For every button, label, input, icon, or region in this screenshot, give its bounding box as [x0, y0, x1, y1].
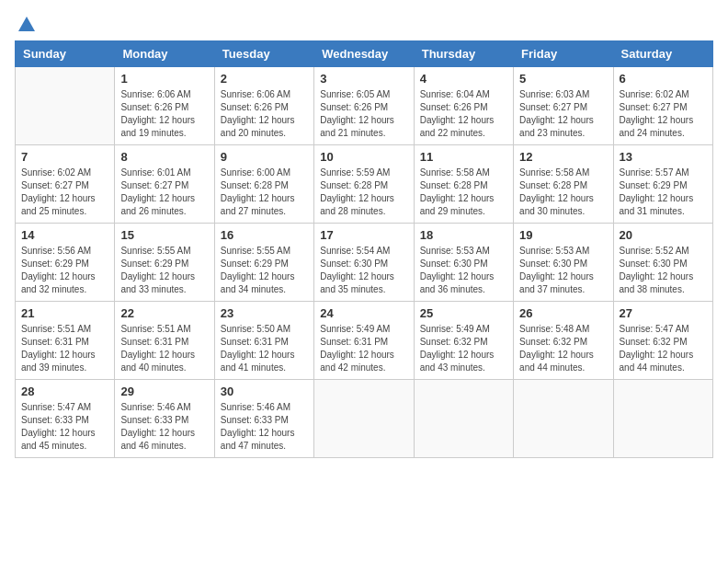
- day-number: 5: [519, 72, 607, 86]
- calendar-cell: 20Sunrise: 5:52 AMSunset: 6:30 PMDayligh…: [613, 224, 712, 302]
- calendar-cell: 16Sunrise: 5:55 AMSunset: 6:29 PMDayligh…: [214, 224, 313, 302]
- day-info: Sunrise: 6:02 AMSunset: 6:27 PMDaylight:…: [21, 167, 108, 218]
- calendar-cell: 1Sunrise: 6:06 AMSunset: 6:26 PMDaylight…: [115, 67, 214, 145]
- calendar-cell: 8Sunrise: 6:01 AMSunset: 6:27 PMDaylight…: [115, 145, 214, 224]
- day-info: Sunrise: 6:03 AMSunset: 6:27 PMDaylight:…: [519, 88, 607, 140]
- calendar-cell: [16, 67, 115, 145]
- day-number: 14: [21, 228, 108, 242]
- calendar-cell: 25Sunrise: 5:49 AMSunset: 6:32 PMDayligh…: [414, 302, 513, 380]
- day-number: 19: [519, 228, 607, 242]
- day-number: 16: [221, 228, 308, 242]
- calendar-cell: 11Sunrise: 5:58 AMSunset: 6:28 PMDayligh…: [414, 145, 513, 224]
- day-number: 10: [320, 150, 407, 164]
- day-number: 15: [120, 228, 208, 242]
- page-header: [15, 15, 713, 31]
- day-info: Sunrise: 5:51 AMSunset: 6:31 PMDaylight:…: [120, 323, 208, 374]
- calendar-header-row: SundayMondayTuesdayWednesdayThursdayFrid…: [16, 41, 713, 67]
- calendar-cell: [613, 380, 712, 458]
- weekday-header: Monday: [115, 41, 214, 67]
- day-number: 7: [21, 150, 108, 164]
- weekday-header: Sunday: [16, 41, 115, 67]
- day-info: Sunrise: 5:58 AMSunset: 6:28 PMDaylight:…: [420, 167, 507, 218]
- logo-icon: [17, 15, 37, 35]
- day-info: Sunrise: 5:58 AMSunset: 6:28 PMDaylight:…: [519, 167, 607, 218]
- day-info: Sunrise: 5:47 AMSunset: 6:33 PMDaylight:…: [21, 401, 108, 453]
- calendar-cell: 26Sunrise: 5:48 AMSunset: 6:32 PMDayligh…: [514, 302, 613, 380]
- day-number: 22: [120, 306, 208, 320]
- day-number: 18: [420, 228, 507, 242]
- day-number: 3: [320, 72, 407, 86]
- day-number: 17: [320, 228, 407, 242]
- calendar-week-row: 28Sunrise: 5:47 AMSunset: 6:33 PMDayligh…: [16, 380, 713, 458]
- calendar-cell: [414, 380, 513, 458]
- calendar-cell: 4Sunrise: 6:04 AMSunset: 6:26 PMDaylight…: [414, 67, 513, 145]
- day-number: 2: [221, 72, 308, 86]
- calendar-week-row: 14Sunrise: 5:56 AMSunset: 6:29 PMDayligh…: [16, 224, 713, 302]
- calendar-cell: 22Sunrise: 5:51 AMSunset: 6:31 PMDayligh…: [115, 302, 214, 380]
- calendar-cell: [314, 380, 414, 458]
- calendar-table: SundayMondayTuesdayWednesdayThursdayFrid…: [15, 40, 713, 458]
- calendar-cell: 29Sunrise: 5:46 AMSunset: 6:33 PMDayligh…: [115, 380, 214, 458]
- day-info: Sunrise: 5:49 AMSunset: 6:31 PMDaylight:…: [320, 323, 407, 374]
- calendar-cell: 23Sunrise: 5:50 AMSunset: 6:31 PMDayligh…: [214, 302, 313, 380]
- weekday-header: Wednesday: [314, 41, 414, 67]
- day-number: 20: [620, 228, 707, 242]
- day-number: 11: [420, 150, 507, 164]
- calendar-cell: 3Sunrise: 6:05 AMSunset: 6:26 PMDaylight…: [314, 67, 414, 145]
- day-info: Sunrise: 6:06 AMSunset: 6:26 PMDaylight:…: [221, 88, 308, 140]
- calendar-cell: 6Sunrise: 6:02 AMSunset: 6:27 PMDaylight…: [613, 67, 712, 145]
- calendar-cell: 13Sunrise: 5:57 AMSunset: 6:29 PMDayligh…: [613, 145, 712, 224]
- day-number: 13: [620, 150, 707, 164]
- day-info: Sunrise: 5:53 AMSunset: 6:30 PMDaylight:…: [519, 245, 607, 296]
- day-number: 29: [120, 385, 208, 398]
- day-info: Sunrise: 6:01 AMSunset: 6:27 PMDaylight:…: [120, 167, 208, 218]
- calendar-cell: 9Sunrise: 6:00 AMSunset: 6:28 PMDaylight…: [214, 145, 313, 224]
- calendar-cell: 12Sunrise: 5:58 AMSunset: 6:28 PMDayligh…: [514, 145, 613, 224]
- day-info: Sunrise: 5:51 AMSunset: 6:31 PMDaylight:…: [21, 323, 108, 374]
- day-info: Sunrise: 5:49 AMSunset: 6:32 PMDaylight:…: [420, 323, 507, 374]
- weekday-header: Friday: [514, 41, 613, 67]
- day-info: Sunrise: 5:53 AMSunset: 6:30 PMDaylight:…: [420, 245, 507, 296]
- day-info: Sunrise: 5:46 AMSunset: 6:33 PMDaylight:…: [221, 401, 308, 453]
- day-info: Sunrise: 6:04 AMSunset: 6:26 PMDaylight:…: [420, 88, 507, 140]
- day-info: Sunrise: 5:48 AMSunset: 6:32 PMDaylight:…: [519, 323, 607, 374]
- day-number: 28: [21, 385, 108, 398]
- day-number: 25: [420, 306, 507, 320]
- day-info: Sunrise: 5:50 AMSunset: 6:31 PMDaylight:…: [221, 323, 308, 374]
- day-number: 30: [221, 385, 308, 398]
- calendar-cell: 21Sunrise: 5:51 AMSunset: 6:31 PMDayligh…: [16, 302, 115, 380]
- logo: [15, 15, 37, 31]
- day-info: Sunrise: 5:55 AMSunset: 6:29 PMDaylight:…: [221, 245, 308, 296]
- day-info: Sunrise: 5:52 AMSunset: 6:30 PMDaylight:…: [620, 245, 707, 296]
- day-info: Sunrise: 5:59 AMSunset: 6:28 PMDaylight:…: [320, 167, 407, 218]
- weekday-header: Saturday: [613, 41, 712, 67]
- day-number: 23: [221, 306, 308, 320]
- calendar-week-row: 21Sunrise: 5:51 AMSunset: 6:31 PMDayligh…: [16, 302, 713, 380]
- day-info: Sunrise: 5:57 AMSunset: 6:29 PMDaylight:…: [620, 167, 707, 218]
- day-info: Sunrise: 5:55 AMSunset: 6:29 PMDaylight:…: [120, 245, 208, 296]
- day-number: 8: [120, 150, 208, 164]
- day-number: 26: [519, 306, 607, 320]
- calendar-cell: [514, 380, 613, 458]
- calendar-cell: 17Sunrise: 5:54 AMSunset: 6:30 PMDayligh…: [314, 224, 414, 302]
- day-info: Sunrise: 5:56 AMSunset: 6:29 PMDaylight:…: [21, 245, 108, 296]
- calendar-cell: 19Sunrise: 5:53 AMSunset: 6:30 PMDayligh…: [514, 224, 613, 302]
- calendar-cell: 7Sunrise: 6:02 AMSunset: 6:27 PMDaylight…: [16, 145, 115, 224]
- day-info: Sunrise: 6:05 AMSunset: 6:26 PMDaylight:…: [320, 88, 407, 140]
- day-info: Sunrise: 5:47 AMSunset: 6:32 PMDaylight:…: [620, 323, 707, 374]
- calendar-cell: 2Sunrise: 6:06 AMSunset: 6:26 PMDaylight…: [214, 67, 313, 145]
- calendar-cell: 15Sunrise: 5:55 AMSunset: 6:29 PMDayligh…: [115, 224, 214, 302]
- day-number: 9: [221, 150, 308, 164]
- weekday-header: Tuesday: [214, 41, 313, 67]
- calendar-cell: 28Sunrise: 5:47 AMSunset: 6:33 PMDayligh…: [16, 380, 115, 458]
- calendar-cell: 14Sunrise: 5:56 AMSunset: 6:29 PMDayligh…: [16, 224, 115, 302]
- day-number: 21: [21, 306, 108, 320]
- day-number: 6: [620, 72, 707, 86]
- calendar-cell: 5Sunrise: 6:03 AMSunset: 6:27 PMDaylight…: [514, 67, 613, 145]
- day-number: 12: [519, 150, 607, 164]
- day-number: 4: [420, 72, 507, 86]
- svg-marker-0: [18, 17, 35, 31]
- day-info: Sunrise: 6:02 AMSunset: 6:27 PMDaylight:…: [620, 88, 707, 140]
- day-info: Sunrise: 5:46 AMSunset: 6:33 PMDaylight:…: [120, 401, 208, 453]
- calendar-cell: 10Sunrise: 5:59 AMSunset: 6:28 PMDayligh…: [314, 145, 414, 224]
